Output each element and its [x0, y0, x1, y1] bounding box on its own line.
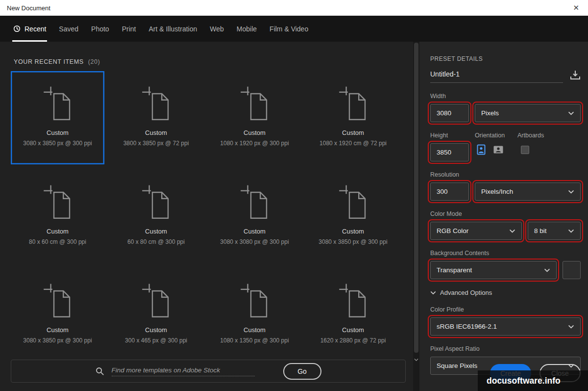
watermark: docusoftware.info: [478, 370, 588, 391]
tab-web[interactable]: Web: [203, 16, 230, 42]
new-document-dialog: New Document ✕ Recent Saved Photo Print …: [0, 0, 588, 391]
search-icon: [96, 367, 104, 375]
document-icon: [43, 86, 73, 121]
save-preset-icon[interactable]: [570, 70, 581, 80]
tab-saved[interactable]: Saved: [52, 16, 85, 42]
artboards-checkbox[interactable]: [521, 146, 529, 154]
title-bar: New Document ✕: [0, 0, 588, 16]
template-card[interactable]: Custom 3080 x 3850 px @ 300 ppi: [306, 170, 400, 263]
artboards-label: Artboards: [517, 132, 544, 139]
resolution-unit-select[interactable]: Pixels/Inch: [475, 182, 581, 201]
tab-label: Recent: [24, 25, 46, 33]
chevron-down-icon: [430, 291, 436, 295]
template-dims: 1080 x 1920 cm @ 72 ppi: [319, 140, 387, 147]
template-name: Custom: [47, 129, 69, 136]
template-name: Custom: [47, 228, 69, 235]
template-name: Custom: [244, 326, 266, 334]
color-mode-select[interactable]: RGB Color: [430, 222, 522, 240]
template-name: Custom: [342, 129, 364, 136]
bit-depth-select[interactable]: 8 bit: [528, 222, 581, 240]
document-name-field[interactable]: Untitled-1: [430, 70, 563, 83]
templates-panel: YOUR RECENT ITEMS (20) Custom 3080 x 385…: [0, 42, 419, 391]
recent-items-heading: YOUR RECENT ITEMS (20): [14, 58, 419, 65]
chevron-down-icon: [509, 229, 515, 233]
close-icon[interactable]: ✕: [573, 3, 579, 12]
chevron-down-icon: [568, 325, 574, 329]
template-dims: 3800 x 3850 px @ 72 ppi: [123, 140, 189, 147]
width-input[interactable]: 3080: [430, 104, 469, 122]
background-contents-label: Background Contents: [430, 250, 581, 257]
template-dims: 80 x 60 cm @ 300 ppi: [29, 238, 86, 245]
scrollbar-thumb[interactable]: [414, 43, 418, 353]
tab-label: Print: [122, 25, 136, 33]
document-icon: [240, 283, 270, 318]
tab-mobile[interactable]: Mobile: [230, 16, 263, 42]
template-card-selected[interactable]: Custom 3080 x 3850 px @ 300 ppi: [11, 71, 104, 164]
tab-film-video[interactable]: Film & Video: [263, 16, 315, 42]
document-icon: [43, 184, 73, 220]
tab-print[interactable]: Print: [116, 16, 143, 42]
template-name: Custom: [145, 326, 167, 334]
template-name: Custom: [145, 228, 167, 235]
template-card[interactable]: Custom 80 x 60 cm @ 300 ppi: [11, 170, 104, 263]
template-card[interactable]: Custom 3800 x 3850 px @ 72 ppi: [109, 71, 203, 164]
color-mode-label: Color Mode: [430, 210, 581, 217]
template-card[interactable]: Custom 1080 x 1920 cm @ 72 ppi: [306, 71, 400, 164]
scrollbar[interactable]: [413, 42, 419, 391]
height-label: Height: [430, 132, 469, 139]
template-dims: 300 x 465 px @ 300 ppi: [125, 337, 187, 344]
document-icon: [240, 184, 270, 220]
color-profile-value: sRGB IEC61966-2.1: [437, 323, 497, 330]
template-card[interactable]: Custom 3080 x 3850 px @ 300 ppi: [11, 268, 104, 362]
orientation-portrait-button[interactable]: [475, 143, 488, 156]
template-dims: 1620 x 2880 px @ 72 ppi: [320, 337, 386, 344]
pixel-aspect-ratio-value: Square Pixels: [437, 362, 477, 369]
template-name: Custom: [244, 228, 266, 235]
chevron-down-icon: [568, 190, 574, 194]
template-name: Custom: [145, 129, 167, 136]
template-card[interactable]: Custom 300 x 465 px @ 300 ppi: [109, 268, 203, 362]
go-button[interactable]: Go: [283, 363, 321, 380]
document-icon: [338, 184, 368, 220]
color-profile-select[interactable]: sRGB IEC61966-2.1: [430, 317, 581, 336]
template-grid: Custom 3080 x 3850 px @ 300 ppi Custom 3…: [11, 71, 419, 362]
template-card[interactable]: Custom 1080 x 1920 px @ 300 ppi: [208, 71, 301, 164]
template-dims: 3080 x 3850 px @ 300 ppi: [23, 140, 92, 147]
chevron-down-icon: [568, 111, 574, 115]
advanced-options-toggle[interactable]: Advanced Options: [430, 289, 581, 296]
tab-photo[interactable]: Photo: [85, 16, 116, 42]
resolution-label: Resolution: [430, 171, 581, 178]
template-name: Custom: [342, 228, 364, 235]
background-contents-select[interactable]: Transparent: [430, 261, 557, 279]
document-icon: [240, 86, 270, 121]
background-contents-value: Transparent: [437, 266, 472, 274]
advanced-options-label: Advanced Options: [440, 289, 492, 296]
category-tabs: Recent Saved Photo Print Art & Illustrat…: [0, 16, 588, 42]
search-input[interactable]: Find more templates on Adobe Stock: [112, 366, 255, 376]
orientation-landscape-button[interactable]: [492, 143, 505, 156]
template-dims: 1080 x 1920 px @ 300 ppi: [220, 140, 289, 147]
template-card[interactable]: Custom 1080 x 1350 px @ 300 ppi: [208, 268, 301, 362]
tab-recent[interactable]: Recent: [7, 16, 52, 42]
tab-label: Mobile: [237, 25, 257, 33]
template-name: Custom: [244, 129, 266, 136]
recent-items-count: (20): [88, 58, 100, 65]
tab-art-illustration[interactable]: Art & Illustration: [142, 16, 203, 42]
resolution-unit-value: Pixels/Inch: [481, 188, 513, 195]
template-card[interactable]: Custom 60 x 80 cm @ 300 ppi: [109, 170, 203, 263]
tab-label: Photo: [91, 25, 109, 33]
template-dims: 60 x 80 cm @ 300 ppi: [127, 238, 185, 245]
resolution-input[interactable]: 300: [430, 182, 469, 201]
background-color-swatch[interactable]: [563, 261, 581, 279]
template-dims: 3080 x 3080 px @ 300 ppi: [220, 238, 289, 245]
template-card[interactable]: Custom 1620 x 2880 px @ 72 ppi: [306, 268, 400, 362]
unit-select[interactable]: Pixels: [475, 104, 581, 122]
scrollbar-down-arrow-icon[interactable]: [414, 358, 418, 362]
height-input[interactable]: 3850: [430, 143, 469, 161]
orientation-label: Orientation: [475, 132, 517, 139]
bit-depth-value: 8 bit: [534, 227, 547, 235]
template-dims: 3080 x 3850 px @ 300 ppi: [318, 238, 387, 245]
template-card[interactable]: Custom 3080 x 3080 px @ 300 ppi: [208, 170, 301, 263]
pixel-aspect-ratio-label: Pixel Aspect Ratio: [430, 345, 581, 352]
document-icon: [338, 283, 368, 318]
